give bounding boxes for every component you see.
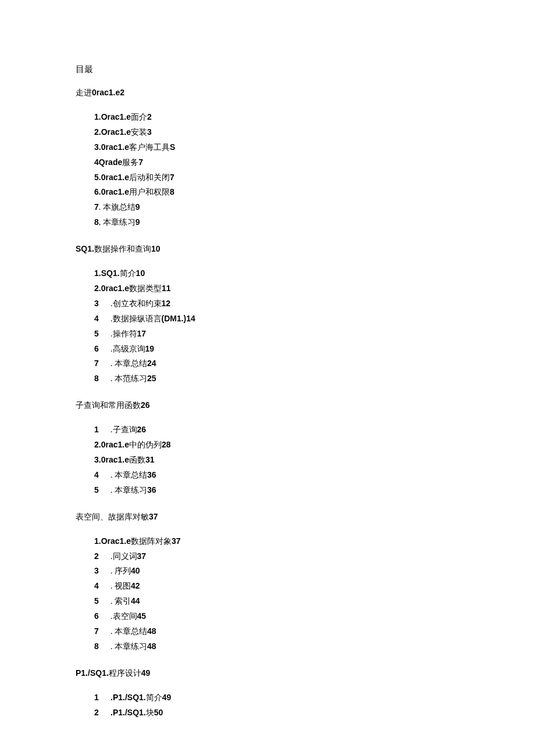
item-number: 2.0rac1.e xyxy=(94,440,129,449)
item-page: 37 xyxy=(172,536,181,546)
toc-item: 7. 本章总结24 xyxy=(94,356,535,371)
item-page: 49 xyxy=(162,693,172,702)
heading-bold: P1./SQ1. xyxy=(76,668,109,678)
heading-page: 49 xyxy=(141,668,151,678)
toc-item: 1.Orac1.e面介2 xyxy=(94,110,535,125)
section-heading: 子查询和常用函数26 xyxy=(76,400,535,411)
item-text: .子查询 xyxy=(110,425,137,434)
item-page: 10 xyxy=(136,268,145,278)
item-page: 42 xyxy=(131,581,140,590)
item-page: 3 xyxy=(147,127,152,137)
item-page: 7 xyxy=(170,173,174,182)
item-text: 客户海工具 xyxy=(129,143,170,152)
item-number: 5 xyxy=(94,327,104,342)
toc-item: 4. 视图42 xyxy=(94,579,535,594)
toc-item: 2.P1./SQ1.块50 xyxy=(94,705,535,721)
toc-item: 5. 本章练习36 xyxy=(94,483,535,498)
item-page: 9 xyxy=(135,202,140,212)
item-page: 7 xyxy=(138,157,143,167)
item-number: 3.0rac1.e xyxy=(94,142,129,152)
item-page: 19 xyxy=(145,344,155,353)
item-text: . 本章总结 xyxy=(110,359,147,368)
heading-bold: 37 xyxy=(149,512,158,521)
toc-item: 2.Orac1.e安装3 xyxy=(94,125,535,140)
heading-prefix: 子查询和常用函数 xyxy=(76,401,141,410)
item-number: 3 xyxy=(94,564,104,579)
item-text: , 本章练习 xyxy=(99,218,135,227)
item-number: 8 xyxy=(94,217,99,227)
heading-suffix: 程序设计 xyxy=(109,669,141,678)
item-text: 中的伪列 xyxy=(129,440,162,449)
item-text: 数据阵对象 xyxy=(131,537,172,546)
item-page: 12 xyxy=(162,299,171,308)
item-page: 14 xyxy=(186,314,195,323)
toc-item: 3.创立衣和约束12 xyxy=(94,296,535,311)
item-page: 45 xyxy=(137,611,147,621)
toc-item: 3.0rac1.e函数31 xyxy=(94,453,535,468)
toc-title: 目最 xyxy=(76,64,535,75)
item-text: .高级京询 xyxy=(110,345,145,353)
item-number: 1.Orac1.e xyxy=(94,536,131,546)
toc-item: 5.0rac1.e后动和关闭7 xyxy=(94,170,535,185)
item-text: .操作符 xyxy=(110,329,137,338)
item-text: 数据类型 xyxy=(129,284,162,293)
item-text: .表空间 xyxy=(110,612,137,621)
toc-item: 1.P1./SQ1.简介49 xyxy=(94,690,535,705)
item-number: 6 xyxy=(94,609,104,624)
item-page: 28 xyxy=(162,440,171,449)
item-text2: 简介 xyxy=(146,693,162,702)
heading-bold: 0rac1.e2 xyxy=(92,88,124,97)
item-page: 26 xyxy=(137,425,147,434)
toc-item: 1.SQ1.简介10 xyxy=(94,266,535,281)
item-number: 3.0rac1.e xyxy=(94,455,129,464)
item-text: 用户和权限 xyxy=(129,188,170,196)
toc-item: 5.操作符17 xyxy=(94,327,535,342)
item-text: . 视图 xyxy=(110,582,131,590)
item-page: 9 xyxy=(135,217,140,227)
item-text: . 本旗总结 xyxy=(99,203,135,212)
item-number: 4 xyxy=(94,579,104,594)
item-page: 48 xyxy=(147,626,156,636)
item-page: 2 xyxy=(147,112,152,121)
toc-item: 5. 索引44 xyxy=(94,594,535,609)
item-number: 4Qrade xyxy=(94,157,122,167)
item-number: 4 xyxy=(94,311,104,327)
heading-bold: 26 xyxy=(141,400,150,410)
toc-item: 7. 本旗总结9 xyxy=(94,200,535,215)
section-heading: P1./SQ1.程序设计49 xyxy=(76,668,535,679)
toc-item: 6.高级京询19 xyxy=(94,342,535,357)
toc-item: 4. 本章总结36 xyxy=(94,468,535,483)
toc-item: 8. 本范练习25 xyxy=(94,371,535,386)
item-number: 2 xyxy=(94,705,104,721)
item-page: 31 xyxy=(145,455,155,464)
item-text: 服务 xyxy=(122,158,138,167)
item-number: 4 xyxy=(94,468,104,483)
item-page: 37 xyxy=(137,551,147,561)
toc-item: 1.Orac1.e数据阵对象37 xyxy=(94,534,535,549)
item-text: . 本范练习 xyxy=(110,374,147,383)
item-text: . 本章总结 xyxy=(110,471,147,479)
item-page: 48 xyxy=(147,642,156,651)
item-page: 50 xyxy=(154,708,163,717)
item-page: 24 xyxy=(147,359,156,368)
section-heading: 走进0rac1.e2 xyxy=(76,88,535,98)
toc-item: 3.0rac1.e客户海工具S xyxy=(94,140,535,155)
item-number: 5.0rac1.e xyxy=(94,173,129,182)
toc-item: 2.0rac1.e中的伪列28 xyxy=(94,438,535,453)
section-items: 1.子查询262.0rac1.e中的伪列283.0rac1.e函数314. 本章… xyxy=(94,422,535,497)
item-text: . 序列 xyxy=(110,567,131,575)
item-number: 7 xyxy=(94,202,99,212)
item-number: 8 xyxy=(94,639,104,654)
item-page: 36 xyxy=(147,485,156,495)
item-text: 后动和关闭 xyxy=(129,173,170,182)
item-number: 2.0rac1.e xyxy=(94,284,129,293)
item-text: 简介 xyxy=(120,269,136,278)
toc-item: 2.0rac1.e数据类型11 xyxy=(94,281,535,296)
item-number: 8 xyxy=(94,371,104,386)
heading-bold: SQ1. xyxy=(76,244,94,253)
section-items: 1.Orac1.e数据阵对象372.同义词373. 序列404. 视图425. … xyxy=(94,534,535,654)
toc-item: 8, 本章练习9 xyxy=(94,215,535,230)
item-number: 5 xyxy=(94,483,104,498)
item-mid-bold: .P1./SQ1. xyxy=(110,693,146,702)
item-number: 2 xyxy=(94,549,104,564)
